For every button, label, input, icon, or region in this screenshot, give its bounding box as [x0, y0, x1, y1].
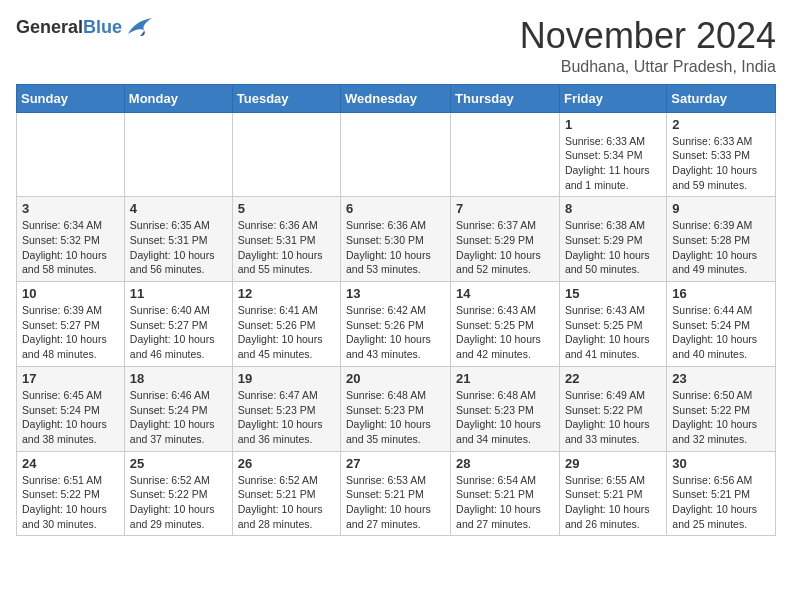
day-info: Sunrise: 6:42 AM Sunset: 5:26 PM Dayligh… [346, 303, 445, 362]
day-info: Sunrise: 6:40 AM Sunset: 5:27 PM Dayligh… [130, 303, 227, 362]
day-number: 14 [456, 286, 554, 301]
calendar-cell: 1Sunrise: 6:33 AM Sunset: 5:34 PM Daylig… [559, 112, 666, 197]
calendar-cell [232, 112, 340, 197]
calendar-cell: 29Sunrise: 6:55 AM Sunset: 5:21 PM Dayli… [559, 451, 666, 536]
day-info: Sunrise: 6:53 AM Sunset: 5:21 PM Dayligh… [346, 473, 445, 532]
day-info: Sunrise: 6:38 AM Sunset: 5:29 PM Dayligh… [565, 218, 661, 277]
calendar-cell: 22Sunrise: 6:49 AM Sunset: 5:22 PM Dayli… [559, 366, 666, 451]
calendar-cell [341, 112, 451, 197]
logo-general-text: General [16, 17, 83, 37]
calendar-cell [124, 112, 232, 197]
day-info: Sunrise: 6:43 AM Sunset: 5:25 PM Dayligh… [565, 303, 661, 362]
calendar-table: SundayMondayTuesdayWednesdayThursdayFrid… [16, 84, 776, 537]
calendar-cell: 28Sunrise: 6:54 AM Sunset: 5:21 PM Dayli… [451, 451, 560, 536]
day-info: Sunrise: 6:36 AM Sunset: 5:31 PM Dayligh… [238, 218, 335, 277]
calendar-header-saturday: Saturday [667, 84, 776, 112]
calendar-header-monday: Monday [124, 84, 232, 112]
calendar-cell: 15Sunrise: 6:43 AM Sunset: 5:25 PM Dayli… [559, 282, 666, 367]
day-info: Sunrise: 6:51 AM Sunset: 5:22 PM Dayligh… [22, 473, 119, 532]
day-info: Sunrise: 6:52 AM Sunset: 5:22 PM Dayligh… [130, 473, 227, 532]
day-number: 2 [672, 117, 770, 132]
header: GeneralBlue November 2024 Budhana, Uttar… [16, 16, 776, 76]
calendar-cell: 13Sunrise: 6:42 AM Sunset: 5:26 PM Dayli… [341, 282, 451, 367]
calendar-header-tuesday: Tuesday [232, 84, 340, 112]
calendar-cell [451, 112, 560, 197]
day-info: Sunrise: 6:41 AM Sunset: 5:26 PM Dayligh… [238, 303, 335, 362]
day-number: 25 [130, 456, 227, 471]
calendar-cell: 7Sunrise: 6:37 AM Sunset: 5:29 PM Daylig… [451, 197, 560, 282]
day-number: 5 [238, 201, 335, 216]
day-info: Sunrise: 6:48 AM Sunset: 5:23 PM Dayligh… [456, 388, 554, 447]
day-info: Sunrise: 6:36 AM Sunset: 5:30 PM Dayligh… [346, 218, 445, 277]
day-info: Sunrise: 6:55 AM Sunset: 5:21 PM Dayligh… [565, 473, 661, 532]
location-title: Budhana, Uttar Pradesh, India [520, 58, 776, 76]
calendar-week-4: 17Sunrise: 6:45 AM Sunset: 5:24 PM Dayli… [17, 366, 776, 451]
calendar-cell: 10Sunrise: 6:39 AM Sunset: 5:27 PM Dayli… [17, 282, 125, 367]
calendar-cell: 8Sunrise: 6:38 AM Sunset: 5:29 PM Daylig… [559, 197, 666, 282]
day-number: 21 [456, 371, 554, 386]
day-info: Sunrise: 6:50 AM Sunset: 5:22 PM Dayligh… [672, 388, 770, 447]
day-number: 16 [672, 286, 770, 301]
day-info: Sunrise: 6:46 AM Sunset: 5:24 PM Dayligh… [130, 388, 227, 447]
day-number: 4 [130, 201, 227, 216]
logo: GeneralBlue [16, 16, 152, 38]
page-container: GeneralBlue November 2024 Budhana, Uttar… [16, 16, 776, 536]
day-info: Sunrise: 6:49 AM Sunset: 5:22 PM Dayligh… [565, 388, 661, 447]
logo-blue-text: Blue [83, 17, 122, 37]
calendar-cell: 2Sunrise: 6:33 AM Sunset: 5:33 PM Daylig… [667, 112, 776, 197]
calendar-cell: 21Sunrise: 6:48 AM Sunset: 5:23 PM Dayli… [451, 366, 560, 451]
day-info: Sunrise: 6:39 AM Sunset: 5:28 PM Dayligh… [672, 218, 770, 277]
day-number: 9 [672, 201, 770, 216]
calendar-week-1: 1Sunrise: 6:33 AM Sunset: 5:34 PM Daylig… [17, 112, 776, 197]
day-info: Sunrise: 6:44 AM Sunset: 5:24 PM Dayligh… [672, 303, 770, 362]
day-number: 27 [346, 456, 445, 471]
day-number: 8 [565, 201, 661, 216]
day-number: 23 [672, 371, 770, 386]
calendar-cell: 30Sunrise: 6:56 AM Sunset: 5:21 PM Dayli… [667, 451, 776, 536]
calendar-cell: 20Sunrise: 6:48 AM Sunset: 5:23 PM Dayli… [341, 366, 451, 451]
day-info: Sunrise: 6:45 AM Sunset: 5:24 PM Dayligh… [22, 388, 119, 447]
calendar-cell: 24Sunrise: 6:51 AM Sunset: 5:22 PM Dayli… [17, 451, 125, 536]
title-section: November 2024 Budhana, Uttar Pradesh, In… [520, 16, 776, 76]
day-info: Sunrise: 6:47 AM Sunset: 5:23 PM Dayligh… [238, 388, 335, 447]
calendar-cell: 11Sunrise: 6:40 AM Sunset: 5:27 PM Dayli… [124, 282, 232, 367]
calendar-cell: 14Sunrise: 6:43 AM Sunset: 5:25 PM Dayli… [451, 282, 560, 367]
day-number: 10 [22, 286, 119, 301]
calendar-cell: 4Sunrise: 6:35 AM Sunset: 5:31 PM Daylig… [124, 197, 232, 282]
day-number: 13 [346, 286, 445, 301]
day-number: 11 [130, 286, 227, 301]
day-number: 12 [238, 286, 335, 301]
day-number: 19 [238, 371, 335, 386]
calendar-header-sunday: Sunday [17, 84, 125, 112]
month-title: November 2024 [520, 16, 776, 56]
day-number: 15 [565, 286, 661, 301]
day-number: 30 [672, 456, 770, 471]
calendar-cell: 18Sunrise: 6:46 AM Sunset: 5:24 PM Dayli… [124, 366, 232, 451]
calendar-cell: 12Sunrise: 6:41 AM Sunset: 5:26 PM Dayli… [232, 282, 340, 367]
day-number: 6 [346, 201, 445, 216]
day-number: 28 [456, 456, 554, 471]
calendar-header-friday: Friday [559, 84, 666, 112]
calendar-cell: 23Sunrise: 6:50 AM Sunset: 5:22 PM Dayli… [667, 366, 776, 451]
day-info: Sunrise: 6:39 AM Sunset: 5:27 PM Dayligh… [22, 303, 119, 362]
day-number: 1 [565, 117, 661, 132]
calendar-cell: 27Sunrise: 6:53 AM Sunset: 5:21 PM Dayli… [341, 451, 451, 536]
calendar-header-wednesday: Wednesday [341, 84, 451, 112]
calendar-cell: 26Sunrise: 6:52 AM Sunset: 5:21 PM Dayli… [232, 451, 340, 536]
day-number: 17 [22, 371, 119, 386]
logo-bird-icon [124, 16, 152, 38]
calendar-week-3: 10Sunrise: 6:39 AM Sunset: 5:27 PM Dayli… [17, 282, 776, 367]
day-number: 22 [565, 371, 661, 386]
day-info: Sunrise: 6:35 AM Sunset: 5:31 PM Dayligh… [130, 218, 227, 277]
day-number: 24 [22, 456, 119, 471]
day-info: Sunrise: 6:33 AM Sunset: 5:34 PM Dayligh… [565, 134, 661, 193]
calendar-week-5: 24Sunrise: 6:51 AM Sunset: 5:22 PM Dayli… [17, 451, 776, 536]
calendar-cell [17, 112, 125, 197]
day-number: 18 [130, 371, 227, 386]
day-number: 26 [238, 456, 335, 471]
calendar-cell: 3Sunrise: 6:34 AM Sunset: 5:32 PM Daylig… [17, 197, 125, 282]
day-info: Sunrise: 6:48 AM Sunset: 5:23 PM Dayligh… [346, 388, 445, 447]
calendar-cell: 9Sunrise: 6:39 AM Sunset: 5:28 PM Daylig… [667, 197, 776, 282]
day-info: Sunrise: 6:34 AM Sunset: 5:32 PM Dayligh… [22, 218, 119, 277]
day-info: Sunrise: 6:37 AM Sunset: 5:29 PM Dayligh… [456, 218, 554, 277]
